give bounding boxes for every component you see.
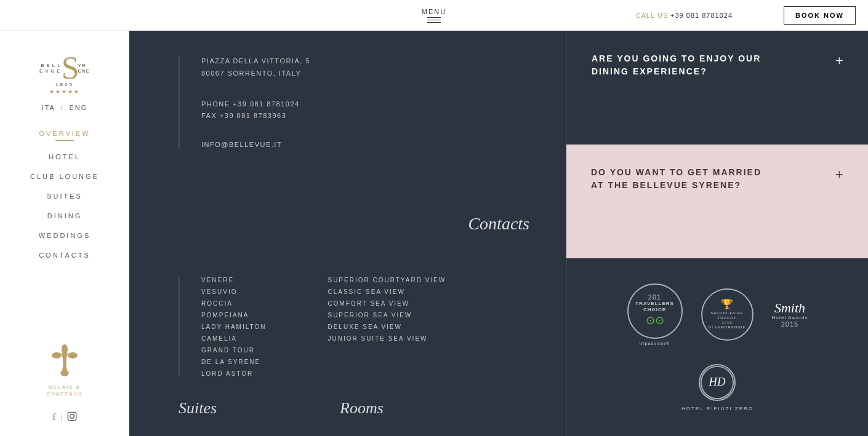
suite-lord-astor[interactable]: LORD ASTOR: [201, 370, 266, 377]
logo-ene-text: ENE: [78, 68, 90, 74]
logo-right: YR ENE: [78, 63, 90, 74]
room-superior-courtyard[interactable]: SUPERIOR COURTYARD VIEW: [328, 277, 446, 283]
logo-s-letter: S: [62, 52, 79, 84]
nav-club-lounge[interactable]: CLUB LOUNGE: [0, 167, 129, 186]
bottom-section: VENERE VESUVIO ROCCIA POMPEIANA LADY HAM…: [129, 258, 868, 436]
logo-left: BELL EVUE: [39, 63, 63, 74]
suite-pompeiana[interactable]: POMPEIANA: [201, 312, 266, 319]
logo-area: BELL EVUE S YR ENE 1820 ★★★★★: [39, 43, 90, 98]
lang-eng[interactable]: ENG: [70, 104, 88, 111]
contacts-info: PIAZZA DELLA VITTORIA, 5 80067 SORRENTO,…: [179, 55, 529, 148]
suites-column: VENERE VESUVIO ROCCIA POMPEIANA LADY HAM…: [179, 277, 266, 377]
svg-point-0: [62, 344, 68, 354]
instagram-icon[interactable]: [67, 411, 77, 424]
svg-point-1: [52, 352, 62, 359]
contacts-phone: PHONE +39 081 8781024 FAX +39 081 878396…: [201, 98, 529, 123]
call-number[interactable]: +39 081 8781024: [670, 12, 733, 19]
dining-panel[interactable]: ARE YOU GOING TO ENJOY OUR DINING EXPERI…: [566, 31, 868, 145]
ta-name: tripadvisor®: [640, 341, 670, 346]
room-comfort-sea[interactable]: COMFORT SEA VIEW: [328, 300, 446, 307]
smith-line1: Hotel Awards: [772, 315, 808, 320]
suite-lady-hamilton[interactable]: LADY HAMILTON: [201, 323, 266, 330]
lang-toggle[interactable]: ITA / ENG: [42, 104, 88, 111]
right-panels-top: ARE YOU GOING TO ENJOY OUR DINING EXPERI…: [566, 31, 868, 258]
savoir-brand: GLENMORANGIE: [708, 325, 745, 330]
suite-de-la-syrene[interactable]: DE LA SYRENE: [201, 359, 266, 365]
call-info: CALL US +39 081 8781024: [636, 12, 733, 19]
logo-evue-text: EVUE: [39, 68, 63, 74]
nav-menu: OVERVIEW HOTEL CLUB LOUNGE SUITES DINING…: [0, 124, 129, 265]
contacts-title-area: Contacts: [179, 214, 529, 234]
ta-number: 201: [648, 293, 661, 301]
sr-titles: Suites Rooms: [179, 399, 529, 418]
page-layout: BELL EVUE S YR ENE 1820 ★★★★★ ITA / ENG …: [0, 0, 868, 436]
suite-grand-tour[interactable]: GRAND TOUR: [201, 347, 266, 354]
suites-title: Suites: [179, 399, 217, 418]
address-line2: 80067 SORRENTO, ITALY: [201, 68, 529, 80]
wedding-plus-icon: +: [835, 166, 843, 183]
hr-text: HOTEL RIFIUTI ZERO: [681, 406, 753, 411]
suite-roccia[interactable]: ROCCIA: [201, 300, 266, 307]
call-label: CALL US: [636, 12, 668, 19]
facebook-icon[interactable]: f: [52, 413, 55, 422]
nav-dining[interactable]: DINING: [0, 206, 129, 226]
hotel-rifiuti-zero: HD HOTEL RIFIUTI ZERO: [681, 364, 753, 411]
top-section: PIAZZA DELLA VITTORIA, 5 80067 SORRENTO,…: [129, 31, 868, 258]
hamburger-icon: [427, 17, 441, 23]
nav-contacts[interactable]: CONTACTS: [0, 245, 129, 265]
trophy-icon: 🏆: [721, 298, 733, 310]
wedding-panel[interactable]: DO YOU WANT TO GET MARRIED AT THE BELLEV…: [566, 145, 868, 258]
smith-letter: Smith: [774, 301, 805, 315]
awards-row-top: 201 TRAVELLERS CHOICE ⊙⊙ tripadvisor® 🏆 …: [627, 283, 808, 346]
header: MENU CALL US +39 081 8781024 BOOK NOW: [0, 0, 868, 31]
rc-fleur-icon: [49, 342, 80, 379]
social-icons: f |: [52, 411, 76, 424]
menu-button[interactable]: MENU: [422, 8, 446, 23]
logo-bellevue-text: BELL: [41, 63, 63, 68]
room-superior-sea[interactable]: SUPERIOR SEA VIEW: [328, 312, 446, 319]
dining-plus-icon: +: [835, 52, 843, 69]
suite-vesuvio[interactable]: VESUVIO: [201, 288, 266, 295]
rc-label2: CHATEAUX: [47, 390, 83, 397]
svg-rect-4: [60, 371, 69, 374]
suite-camelia[interactable]: CAMELIA: [201, 335, 266, 342]
rc-label1: RELAIS &: [47, 384, 83, 390]
contacts-address: PIAZZA DELLA VITTORIA, 5 80067 SORRENTO,…: [201, 55, 529, 80]
contacts-panel: PIAZZA DELLA VITTORIA, 5 80067 SORRENTO,…: [129, 31, 566, 258]
hr-logo: HD: [699, 364, 736, 401]
lang-sep: /: [60, 104, 66, 111]
suite-venere[interactable]: VENERE: [201, 277, 266, 283]
fax: FAX +39 081 8783963: [201, 110, 529, 122]
ta-circle: 201 TRAVELLERS CHOICE ⊙⊙: [627, 283, 683, 339]
logo-yr-text: YR: [78, 63, 86, 68]
contacts-email: INFO@BELLEVUE.IT: [201, 141, 529, 148]
nav-weddings[interactable]: WEDDINGS: [0, 226, 129, 245]
room-junior-suite[interactable]: JUNIOR SUITE SEA VIEW: [328, 335, 446, 342]
contacts-title: Contacts: [468, 214, 529, 234]
rc-emblem: [49, 342, 80, 379]
room-classic-sea[interactable]: CLASSIC SEA VIEW: [328, 288, 446, 295]
suites-rooms-panel: VENERE VESUVIO ROCCIA POMPEIANA LADY HAM…: [129, 258, 566, 436]
svg-point-2: [68, 352, 78, 359]
rooms-title: Rooms: [340, 399, 384, 418]
svg-text:HD: HD: [709, 375, 726, 387]
rooms-column: SUPERIOR COURTYARD VIEW CLASSIC SEA VIEW…: [291, 277, 446, 377]
smith-badge: Smith Hotel Awards 2015: [772, 301, 808, 328]
nav-overview[interactable]: OVERVIEW: [0, 124, 129, 147]
phone[interactable]: PHONE +39 081 8781024: [201, 98, 529, 111]
room-deluxe-sea[interactable]: DELUXE SEA VIEW: [328, 323, 446, 330]
savoir-faire-badge: 🏆 SAVOIR-FAIRE TROPHY 2018 GLENMORANGIE: [701, 288, 753, 341]
nav-suites[interactable]: SUITES: [0, 186, 129, 206]
dining-panel-text: ARE YOU GOING TO ENJOY OUR DINING EXPERI…: [592, 52, 776, 78]
book-now-button[interactable]: BOOK NOW: [784, 6, 856, 25]
rc-text: RELAIS & CHATEAUX: [47, 384, 83, 397]
nav-hotel[interactable]: HOTEL: [0, 147, 129, 167]
email[interactable]: INFO@BELLEVUE.IT: [201, 141, 529, 148]
awards-panel: 201 TRAVELLERS CHOICE ⊙⊙ tripadvisor® 🏆 …: [566, 258, 868, 436]
savoir-year: 2018: [721, 321, 732, 326]
social-sep: |: [60, 413, 62, 422]
lang-ita[interactable]: ITA: [42, 104, 55, 111]
svg-point-6: [70, 414, 74, 419]
ta-tc-line2: CHOICE: [643, 307, 666, 313]
savoir-line1: SAVOIR-FAIRE TROPHY: [707, 311, 747, 321]
